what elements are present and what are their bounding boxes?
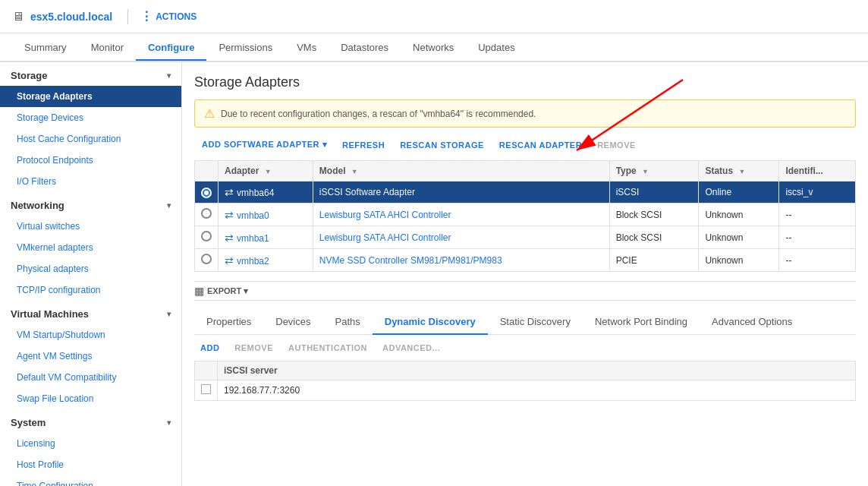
sort-icon: ▼ [265, 168, 272, 175]
sub-tab-paths[interactable]: Paths [323, 310, 373, 335]
chevron-icon: ▾ [167, 201, 171, 210]
type-cell: Block SCSI [609, 226, 699, 249]
iscsi-checkbox-cell[interactable] [195, 380, 218, 401]
model-name[interactable]: Lewisburg SATA AHCI Controller [319, 210, 451, 220]
iscsi-col-check [195, 361, 218, 380]
sidebar-item-host-profile[interactable]: Host Profile [0, 454, 181, 475]
warning-banner: ⚠ Due to recent configuration changes, a… [194, 99, 856, 128]
table-row[interactable]: ⇄vmhba64iSCSI Software AdapteriSCSIOnlin… [195, 181, 856, 204]
iscsi-table: iSCSI server 192.168.77.7:3260 [194, 361, 856, 401]
adapter-name[interactable]: vmhba1 [237, 233, 269, 244]
col-identifier[interactable]: Identifi... [779, 161, 856, 181]
radio-button[interactable] [201, 208, 212, 219]
sidebar-section-system[interactable]: System ▾ [0, 409, 181, 433]
adapter-name[interactable]: vmhba0 [237, 210, 269, 221]
add-software-adapter-button[interactable]: ADD SOFTWARE ADAPTER ▾ [194, 137, 335, 153]
remove-button[interactable]: REMOVE [590, 137, 643, 153]
radio-button[interactable] [201, 188, 212, 198]
sort-icon: ▼ [738, 168, 745, 175]
adapter-cell: ⇄vmhba0 [219, 204, 313, 226]
warning-icon: ⚠ [204, 106, 215, 121]
tab-summary[interactable]: Summary [12, 36, 79, 61]
model-name[interactable]: Lewisburg SATA AHCI Controller [319, 232, 451, 243]
status-cell: Unknown [699, 249, 779, 272]
sidebar-item-licensing[interactable]: Licensing [0, 433, 181, 454]
sidebar-item-tcpip-configuration[interactable]: TCP/IP configuration [0, 279, 181, 301]
sidebar-item-storage-devices[interactable]: Storage Devices [0, 107, 181, 128]
sub-tab-devices[interactable]: Devices [263, 310, 322, 335]
model-name[interactable]: NVMe SSD Controller SM981/PM981/PM983 [319, 255, 502, 266]
sub-tab-dynamic-discovery[interactable]: Dynamic Discovery [373, 310, 488, 335]
tab-monitor[interactable]: Monitor [79, 36, 136, 61]
remove-iscsi-button[interactable]: REMOVE [228, 341, 279, 355]
tab-vms[interactable]: VMs [285, 36, 329, 61]
sub-tab-network-port-binding[interactable]: Network Port Binding [583, 310, 700, 335]
sidebar-item-agent-vm-settings[interactable]: Agent VM Settings [0, 346, 181, 367]
radio-button[interactable] [201, 231, 212, 241]
col-model[interactable]: Model ▼ [313, 161, 609, 181]
rescan-adapter-button[interactable]: RESCAN ADAPTER [492, 137, 590, 153]
sidebar-item-swap-file-location[interactable]: Swap File Location [0, 388, 181, 409]
adapter-cell: ⇄vmhba64 [219, 181, 313, 204]
status-cell: Online [699, 181, 779, 204]
table-row[interactable]: ⇄vmhba2NVMe SSD Controller SM981/PM981/P… [195, 249, 856, 272]
sub-tab-properties[interactable]: Properties [194, 310, 263, 335]
col-type[interactable]: Type ▼ [609, 161, 699, 181]
sidebar-item-vmkernel-adapters[interactable]: VMkernel adapters [0, 237, 181, 258]
rescan-storage-button[interactable]: RESCAN STORAGE [392, 137, 492, 153]
sidebar-item-virtual-switches[interactable]: Virtual switches [0, 216, 181, 237]
sort-icon: ▼ [642, 168, 649, 175]
table-row[interactable]: ⇄vmhba1Lewisburg SATA AHCI ControllerBlo… [195, 226, 856, 249]
identifier-cell: -- [779, 226, 856, 249]
sidebar-item-storage-adapters[interactable]: Storage Adapters [0, 86, 181, 107]
add-iscsi-button[interactable]: ADD [194, 341, 225, 355]
chevron-icon: ▾ [167, 71, 171, 80]
sub-tab-static-discovery[interactable]: Static Discovery [488, 310, 583, 335]
export-button[interactable]: EXPORT ▾ [207, 286, 248, 296]
actions-dots-icon: ⋮ [140, 9, 153, 24]
sidebar-item-time-configuration[interactable]: Time Configuration [0, 475, 181, 486]
tab-updates[interactable]: Updates [466, 36, 527, 61]
radio-cell[interactable] [195, 226, 219, 249]
export-icon: ▦ [194, 285, 204, 297]
sidebar-section-storage[interactable]: Storage ▾ [0, 62, 181, 86]
type-cell: iSCSI [609, 181, 699, 204]
sidebar-section-networking[interactable]: Networking ▾ [0, 192, 181, 216]
model-name[interactable]: iSCSI Software Adapter [319, 187, 415, 197]
sidebar-section-vms[interactable]: Virtual Machines ▾ [0, 301, 181, 324]
sub-tabs: Properties Devices Paths Dynamic Discove… [194, 310, 856, 335]
table-row[interactable]: ⇄vmhba0Lewisburg SATA AHCI ControllerBlo… [195, 204, 856, 226]
divider [127, 9, 128, 24]
authentication-button[interactable]: AUTHENTICATION [282, 341, 373, 355]
iscsi-server-cell: 192.168.77.7:3260 [218, 380, 856, 401]
sub-toolbar: ADD REMOVE AUTHENTICATION ADVANCED... [194, 341, 856, 355]
advanced-button[interactable]: ADVANCED... [376, 341, 446, 355]
radio-button[interactable] [201, 254, 212, 264]
col-adapter[interactable]: Adapter ▼ [219, 161, 313, 181]
sidebar-item-vm-startup-shutdown[interactable]: VM Startup/Shutdown [0, 324, 181, 346]
tab-configure[interactable]: Configure [136, 36, 206, 61]
tab-networks[interactable]: Networks [401, 36, 466, 61]
sidebar-item-physical-adapters[interactable]: Physical adapters [0, 258, 181, 279]
refresh-button[interactable]: REFRESH [335, 137, 392, 153]
iscsi-checkbox[interactable] [201, 384, 211, 394]
radio-cell[interactable] [195, 204, 219, 226]
table-row[interactable]: 192.168.77.7:3260 [195, 380, 856, 401]
page-title: Storage Adapters [194, 74, 856, 90]
actions-button[interactable]: ⋮ ACTIONS [140, 9, 197, 24]
radio-cell[interactable] [195, 249, 219, 272]
host-icon: 🖥 [12, 10, 24, 24]
col-status[interactable]: Status ▼ [699, 161, 779, 181]
tab-permissions[interactable]: Permissions [206, 36, 285, 61]
sub-tab-advanced-options[interactable]: Advanced Options [700, 310, 804, 335]
tab-datastores[interactable]: Datastores [329, 36, 401, 61]
sidebar-item-host-cache-configuration[interactable]: Host Cache Configuration [0, 128, 181, 150]
adapter-icon: ⇄ [225, 232, 234, 244]
sidebar-item-io-filters[interactable]: I/O Filters [0, 171, 181, 192]
sidebar-item-default-vm-compat[interactable]: Default VM Compatibility [0, 367, 181, 388]
adapter-name[interactable]: vmhba2 [237, 256, 269, 267]
model-cell: Lewisburg SATA AHCI Controller [313, 226, 609, 249]
radio-cell[interactable] [195, 181, 219, 204]
sidebar-item-protocol-endpoints[interactable]: Protocol Endpoints [0, 150, 181, 171]
adapter-name[interactable]: vmhba64 [237, 188, 274, 198]
